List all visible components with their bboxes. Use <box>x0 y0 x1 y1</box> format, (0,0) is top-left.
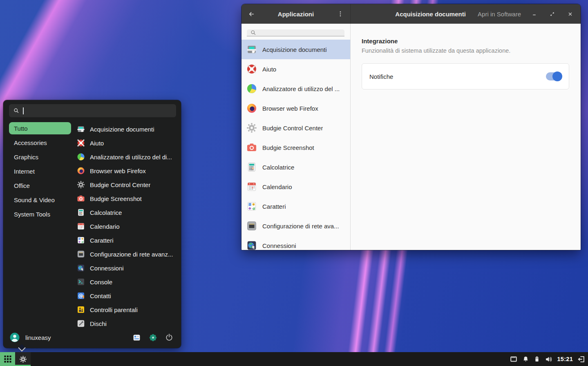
volume-icon[interactable] <box>545 355 552 363</box>
settings-app-row[interactable]: Calcolatrice <box>241 157 350 177</box>
menu-app-label: Analizzatore di utilizzo del di... <box>90 154 172 161</box>
toggle-knob <box>552 71 562 81</box>
connections-icon <box>246 240 257 250</box>
settings-search-input[interactable] <box>259 29 341 36</box>
menu-category[interactable]: Tutto <box>9 122 71 134</box>
settings-main-panel: Integrazione Funzionalità di sistema uti… <box>351 24 581 250</box>
settings-app-row[interactable]: Browser web Firefox <box>241 98 350 118</box>
menu-app-label: Acquisizione documenti <box>90 126 154 133</box>
kebab-icon <box>337 11 344 17</box>
back-button[interactable] <box>245 7 258 20</box>
battery-icon[interactable] <box>534 356 540 362</box>
settings-app-row[interactable]: Analizzatore di utilizzo del ... <box>241 79 350 98</box>
menu-app-row[interactable]: Connessioni <box>77 261 178 275</box>
menu-app-row[interactable]: Caratteri <box>77 233 178 247</box>
settings-window: Applicazioni Acquisizione documenti Apri… <box>241 4 581 250</box>
network-config-icon <box>246 221 257 231</box>
menu-app-row[interactable]: Calendario <box>77 219 178 233</box>
power-button[interactable] <box>164 332 174 343</box>
menu-category-label: Accessories <box>14 139 47 146</box>
window-title: Acquisizione documenti <box>355 11 474 18</box>
notifications-toggle[interactable] <box>546 72 561 80</box>
minimize-button[interactable] <box>528 7 541 20</box>
menu-app-label: Browser web Firefox <box>90 167 146 174</box>
menu-app-row[interactable]: Dischi <box>77 317 178 328</box>
system-tray: 15:21 <box>510 352 588 366</box>
calendar-icon <box>77 222 85 230</box>
settings-app-row[interactable]: Calendario <box>241 177 350 196</box>
screenshot-icon <box>77 194 85 203</box>
settings-search-entry[interactable] <box>247 29 344 36</box>
network-icon[interactable] <box>510 355 518 363</box>
settings-app-label: Calcolatrice <box>262 164 294 171</box>
desktop-settings-button[interactable] <box>131 332 142 343</box>
scanner-icon <box>77 125 85 133</box>
settings-app-label: Configurazione di rete ava... <box>262 223 339 230</box>
menu-app-row[interactable]: Aiuto <box>77 136 178 150</box>
menu-app-row[interactable]: Acquisizione documenti <box>77 122 178 136</box>
search-icon <box>13 107 20 114</box>
menu-category[interactable]: Office <box>9 179 71 192</box>
settings-app-label: Acquisizione documenti <box>262 46 327 53</box>
settings-app-row[interactable]: Caratteri <box>241 196 350 216</box>
menu-app-row[interactable]: @Contatti <box>77 289 178 303</box>
control-center-icon <box>77 181 85 189</box>
headerbar-main-section: Acquisizione documenti Apri in Software <box>351 4 581 24</box>
menu-kebab-button[interactable] <box>334 7 347 20</box>
settings-app-label: Analizzatore di utilizzo del ... <box>262 85 340 92</box>
menu-body: TuttoAccessoriesGraphicsInternetOfficeSo… <box>3 117 181 328</box>
screenshot-icon <box>246 142 257 153</box>
settings-app-row[interactable]: Aiuto <box>241 59 350 79</box>
menu-app-row[interactable]: Browser web Firefox <box>77 164 178 178</box>
settings-app-label: Caratteri <box>262 203 286 210</box>
menu-app-row[interactable]: Analizzatore di utilizzo del di... <box>77 150 178 164</box>
budgie-settings-button[interactable] <box>148 332 158 343</box>
fonts-icon <box>246 201 257 212</box>
menu-category-label: Internet <box>14 168 35 175</box>
contacts-icon: @ <box>77 292 85 300</box>
app-menu: TuttoAccessoriesGraphicsInternetOfficeSo… <box>3 100 181 348</box>
restore-button[interactable] <box>546 7 559 20</box>
gear-icon <box>19 355 27 363</box>
menu-app-row[interactable]: Controlli parentali <box>77 303 178 317</box>
logout-icon[interactable] <box>577 355 585 363</box>
close-button[interactable] <box>563 7 577 20</box>
menu-category[interactable]: Sound & Video <box>9 194 71 206</box>
settings-app-row[interactable]: Budgie Control Center <box>241 118 350 138</box>
menu-app-row[interactable]: Budgie Control Center <box>77 178 178 192</box>
user-avatar[interactable] <box>10 333 20 342</box>
menu-search-entry[interactable] <box>9 104 176 117</box>
settings-app-row[interactable]: Budgie Screenshot <box>241 138 350 157</box>
calculator-icon <box>77 208 85 216</box>
menu-app-row[interactable]: Configurazione di rete avanz... <box>77 247 178 261</box>
menu-category[interactable]: Accessories <box>9 136 71 149</box>
console-icon <box>77 278 85 286</box>
settings-app-row[interactable]: Acquisizione documenti <box>241 40 350 59</box>
notifications-label: Notifiche <box>369 73 546 80</box>
settings-sidebar: Acquisizione documentiAiutoAnalizzatore … <box>241 24 351 250</box>
menu-category-label: Graphics <box>14 154 38 161</box>
app-menu-button[interactable] <box>0 352 15 366</box>
menu-search-input[interactable] <box>27 107 172 114</box>
close-icon <box>567 11 573 17</box>
menu-category[interactable]: Internet <box>9 165 71 177</box>
control-center-task-button[interactable] <box>15 352 31 366</box>
menu-app-row[interactable]: Budgie Screenshot <box>77 192 178 205</box>
clock[interactable]: 15:21 <box>557 356 573 362</box>
menu-category[interactable]: System Tools <box>9 208 71 220</box>
menu-app-row[interactable]: Console <box>77 275 178 289</box>
settings-app-label: Connessioni <box>262 242 296 249</box>
power-icon <box>165 333 173 341</box>
menu-category-label: System Tools <box>14 211 50 218</box>
notifications-bell-icon[interactable] <box>522 356 529 363</box>
settings-app-row[interactable]: Configurazione di rete ava... <box>241 216 350 236</box>
settings-app-row[interactable]: Connessioni <box>241 236 350 250</box>
menu-app-row[interactable]: Calcolatrice <box>77 205 178 219</box>
open-in-software-button[interactable]: Apri in Software <box>474 8 525 20</box>
username: linuxeasy <box>25 334 125 341</box>
firefox-icon <box>246 103 257 114</box>
menu-app-label: Dischi <box>90 320 107 327</box>
menu-category[interactable]: Graphics <box>9 151 71 163</box>
menu-category-label: Tutto <box>14 125 28 132</box>
search-icon <box>250 29 257 36</box>
